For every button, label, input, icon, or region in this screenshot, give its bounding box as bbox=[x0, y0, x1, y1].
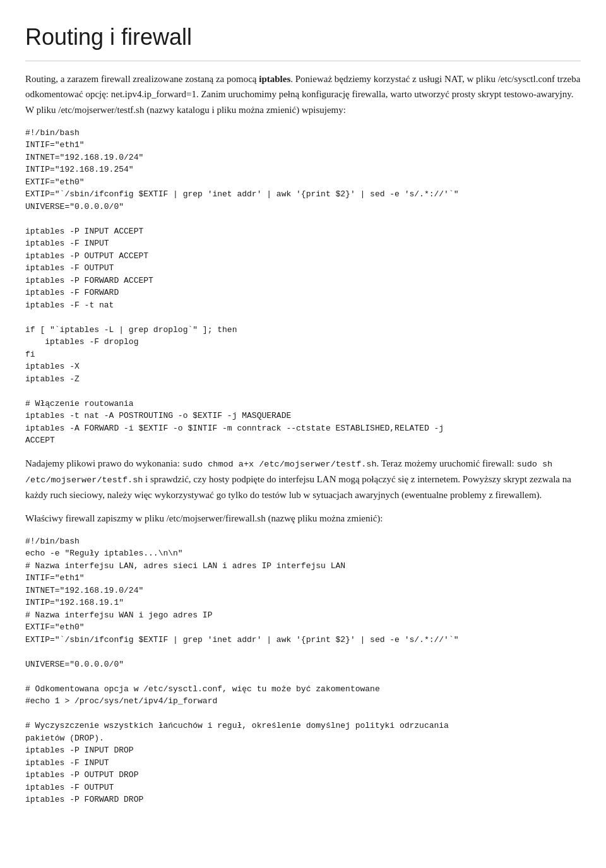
code-block-2: #!/bin/bash echo -e "Reguły iptables...\… bbox=[25, 535, 581, 806]
nadajemy-code-1: sudo chmod a+x /etc/mojserwer/testf.sh bbox=[182, 460, 377, 469]
nadajemy-text-2: . Teraz możemy uruchomić firewall: bbox=[377, 458, 517, 468]
wlasciwy-paragraph: Właściwy firewall zapiszmy w pliku /etc/… bbox=[25, 511, 581, 526]
code-block-1: #!/bin/bash INTIF="eth1" INTNET="192.168… bbox=[25, 127, 581, 447]
intro-paragraph: Routing, a zarazem firewall zrealizowane… bbox=[25, 71, 581, 118]
intro-text-1: Routing, a zarazem firewall zrealizowane… bbox=[25, 74, 259, 84]
nadajemy-paragraph: Nadajemy plikowi prawo do wykonania: sud… bbox=[25, 456, 581, 503]
iptables-bold: iptables bbox=[259, 74, 290, 84]
nadajemy-text-1: Nadajemy plikowi prawo do wykonania: bbox=[25, 458, 182, 468]
wlasciwy-text: Właściwy firewall zapiszmy w pliku /etc/… bbox=[25, 513, 383, 523]
page-title: Routing i firewall bbox=[25, 19, 581, 61]
